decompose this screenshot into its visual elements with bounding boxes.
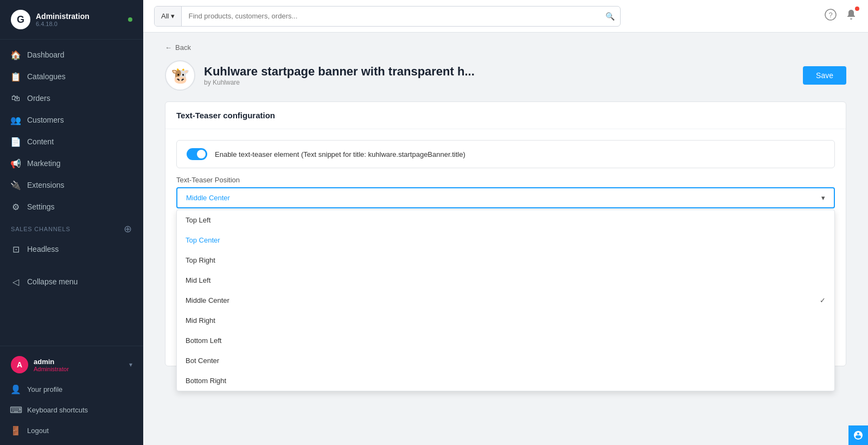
- sidebar-item-label: Catalogues: [27, 72, 66, 81]
- sidebar-item-label: Headless: [27, 245, 59, 253]
- back-label: Back: [175, 43, 191, 52]
- collapse-icon: ◁: [11, 277, 21, 287]
- dropdown-item-bottom-left[interactable]: Bottom Left: [177, 330, 834, 351]
- sales-channels-label: Sales Channels: [11, 226, 71, 232]
- sidebar-item-orders[interactable]: 🛍 Orders: [0, 87, 143, 109]
- footer-item-label: Logout: [27, 427, 49, 435]
- search-filter-label: All: [161, 12, 169, 20]
- dropdown-item-top-left[interactable]: Top Left: [177, 210, 834, 230]
- app-logo: G: [11, 10, 30, 29]
- sidebar-item-customers[interactable]: 👥 Customers: [0, 109, 143, 131]
- marketing-icon: 📢: [11, 158, 21, 168]
- footer-item-shortcuts[interactable]: ⌨ Keyboard shortcuts: [0, 399, 143, 420]
- sidebar-item-settings[interactable]: ⚙ Settings: [0, 196, 143, 218]
- sidebar-footer: A admin Administrator ▾ 👤 Your profile ⌨…: [0, 346, 143, 445]
- enable-text-teaser-label: Enable text-teaser element (Text snippet…: [215, 150, 465, 158]
- profile-icon: 👤: [11, 384, 21, 394]
- keyboard-icon: ⌨: [11, 405, 21, 415]
- search-container: All ▾ 🔍: [154, 6, 621, 27]
- footer-item-profile[interactable]: 👤 Your profile: [0, 379, 143, 399]
- customers-icon: 👥: [11, 115, 21, 125]
- footer-item-logout[interactable]: 🚪 Logout: [0, 420, 143, 441]
- topbar-icons: ?: [825, 9, 857, 23]
- user-section[interactable]: A admin Administrator ▾: [0, 351, 143, 379]
- plugin-logo: 🐮: [165, 60, 195, 91]
- page-title: Kuhlware startpage banner with transpare…: [204, 65, 794, 79]
- main-content: All ▾ 🔍 ? ←: [143, 0, 868, 445]
- online-indicator: [128, 17, 132, 22]
- section-title: Text-Teaser configuration: [165, 102, 846, 129]
- collapse-menu-item[interactable]: ◁ Collapse menu: [0, 271, 143, 293]
- sales-channels-section: Sales Channels ⊕: [0, 218, 143, 238]
- position-field-label: Text-Teaser Position: [176, 176, 835, 184]
- footer-item-label: Your profile: [27, 385, 62, 393]
- page-header: 🐮 Kuhlware startpage banner with transpa…: [165, 60, 846, 91]
- settings-icon: ⚙: [11, 202, 21, 212]
- catalogues-icon: 📋: [11, 72, 21, 81]
- notification-badge: [855, 7, 859, 11]
- dropdown-item-top-center[interactable]: Top Center: [177, 230, 834, 250]
- enable-text-teaser-row: Enable text-teaser element (Text snippet…: [176, 140, 835, 168]
- back-arrow-icon: ←: [165, 43, 172, 52]
- sidebar-item-label: Dashboard: [27, 50, 65, 59]
- logout-icon: 🚪: [11, 425, 21, 435]
- app-version: 6.4.18.0: [36, 21, 90, 27]
- dashboard-icon: 🏠: [11, 50, 21, 60]
- sidebar-header: G Administration 6.4.18.0: [0, 0, 143, 40]
- selected-check-icon: ✓: [820, 296, 826, 304]
- content-icon: 📄: [11, 137, 21, 147]
- sidebar-item-label: Marketing: [27, 159, 60, 168]
- sidebar-item-content[interactable]: 📄 Content: [0, 131, 143, 152]
- headless-icon: ⊡: [11, 244, 21, 254]
- page-content: ← Back 🐮 Kuhlware startpage banner with …: [143, 33, 868, 445]
- footer-item-label: Keyboard shortcuts: [27, 406, 88, 414]
- sidebar-item-extensions[interactable]: 🔌 Extensions: [0, 174, 143, 196]
- sidebar-item-label: Settings: [27, 202, 55, 211]
- sidebar-item-marketing[interactable]: 📢 Marketing: [0, 152, 143, 174]
- chevron-down-icon: ▾: [821, 194, 825, 202]
- shopware-icon: [848, 425, 868, 445]
- position-select-container: Middle Center ▾ Top Left Top Center: [176, 187, 835, 208]
- avatar: A: [11, 356, 28, 373]
- chevron-down-icon: ▾: [129, 361, 132, 368]
- sidebar: G Administration 6.4.18.0 🏠 Dashboard 📋 …: [0, 0, 143, 445]
- topbar: All ▾ 🔍 ?: [143, 0, 868, 33]
- add-sales-channel-icon[interactable]: ⊕: [124, 223, 132, 235]
- position-dropdown: Top Left Top Center Top Right Mid Left: [176, 209, 835, 391]
- sidebar-item-label: Content: [27, 137, 54, 146]
- dropdown-item-top-right[interactable]: Top Right: [177, 250, 834, 270]
- page-title-block: Kuhlware startpage banner with transpare…: [204, 65, 794, 86]
- search-input[interactable]: [182, 12, 605, 20]
- extensions-icon: 🔌: [11, 180, 21, 190]
- search-filter-chevron-icon: ▾: [171, 12, 175, 20]
- app-title: Administration: [36, 12, 90, 21]
- sidebar-item-headless[interactable]: ⊡ Headless: [0, 238, 143, 260]
- sidebar-item-label: Customers: [27, 116, 64, 124]
- dropdown-item-mid-right[interactable]: Mid Right: [177, 310, 834, 330]
- dropdown-item-mid-left[interactable]: Mid Left: [177, 270, 834, 290]
- position-select[interactable]: Middle Center ▾: [176, 187, 835, 208]
- dropdown-item-middle-center[interactable]: Middle Center ✓: [177, 290, 834, 310]
- help-icon[interactable]: ?: [825, 9, 837, 23]
- enable-text-teaser-toggle[interactable]: [187, 148, 207, 160]
- back-link[interactable]: ← Back: [165, 43, 846, 52]
- dropdown-item-bot-center[interactable]: Bot Center: [177, 351, 834, 371]
- notifications-icon[interactable]: [845, 9, 857, 23]
- page-subtitle: by Kuhlware: [204, 79, 794, 86]
- orders-icon: 🛍: [11, 93, 21, 103]
- sidebar-item-catalogues[interactable]: 📋 Catalogues: [0, 66, 143, 87]
- section-body: Enable text-teaser element (Text snippet…: [165, 129, 846, 366]
- save-button[interactable]: Save: [803, 66, 846, 85]
- sidebar-item-dashboard[interactable]: 🏠 Dashboard: [0, 44, 143, 66]
- collapse-label: Collapse menu: [27, 277, 78, 286]
- search-filter-button[interactable]: All ▾: [155, 7, 182, 26]
- dropdown-item-bottom-right[interactable]: Bottom Right: [177, 371, 834, 391]
- search-icon[interactable]: 🔍: [605, 12, 620, 21]
- sidebar-item-label: Extensions: [27, 181, 64, 189]
- user-name: admin: [34, 358, 69, 366]
- config-section: Text-Teaser configuration Enable text-te…: [165, 101, 846, 366]
- sidebar-nav: 🏠 Dashboard 📋 Catalogues 🛍 Orders 👥 Cust…: [0, 40, 143, 346]
- position-selected-value: Middle Center: [186, 194, 230, 202]
- position-field: Text-Teaser Position Middle Center ▾ Top…: [176, 176, 835, 208]
- sidebar-item-label: Orders: [27, 94, 50, 103]
